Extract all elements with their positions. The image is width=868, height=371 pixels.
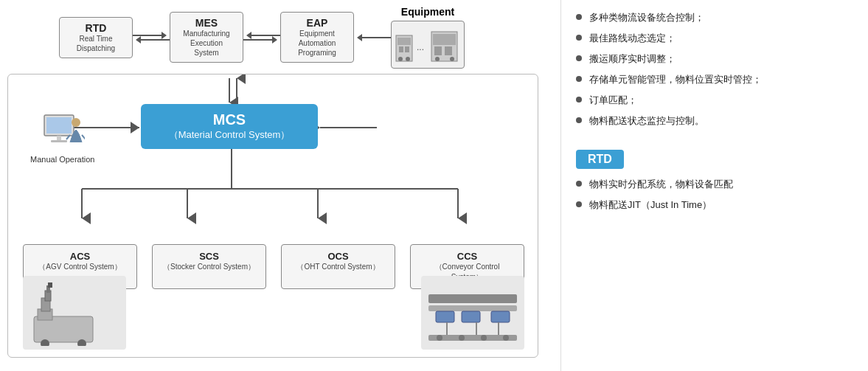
- svg-text:...: ...: [417, 42, 424, 52]
- svg-rect-44: [428, 305, 517, 311]
- mes-subtitle: ManufacturingExecutionSystem: [181, 29, 232, 58]
- bullet-item-1: 多种类物流设备统合控制；: [576, 11, 853, 24]
- svg-point-5: [406, 57, 410, 61]
- acs-title: ACS: [31, 251, 129, 262]
- conveyor-image: [421, 276, 524, 350]
- bullet-item-5: 订单匹配；: [576, 94, 853, 107]
- bullet-dot-4: [576, 76, 582, 82]
- svg-rect-30: [51, 140, 67, 142]
- rtd-badge: RTD: [576, 150, 624, 169]
- bullet-text-1: 多种类物流设备统合控制；: [589, 11, 704, 24]
- bullet-dot-1: [576, 14, 582, 20]
- svg-rect-29: [57, 136, 61, 140]
- rtd-title: RTD: [70, 22, 122, 34]
- top-systems-row: RTD Real TimeDispatching MES: [15, 6, 553, 69]
- bullet-dot-5: [576, 97, 582, 103]
- svg-rect-41: [48, 282, 50, 288]
- rtd-subtitle: Real TimeDispatching: [70, 34, 122, 53]
- mes-box: MES ManufacturingExecutionSystem: [170, 12, 243, 63]
- equipment-title: Equipment: [391, 6, 465, 18]
- mes-title: MES: [181, 17, 232, 29]
- bullet-item-3: 搬运顺序实时调整；: [576, 52, 853, 66]
- mcs-subtitle: （Material Control System）: [156, 128, 303, 142]
- svg-rect-8: [433, 34, 456, 45]
- svg-point-11: [435, 57, 440, 61]
- arrow-mes-eap: [243, 35, 280, 41]
- bullet-dot-6: [576, 117, 582, 123]
- svg-rect-2: [399, 46, 403, 52]
- left-panel: RTD Real TimeDispatching MES: [0, 0, 560, 371]
- eap-title: EAP: [291, 17, 343, 29]
- svg-rect-43: [428, 294, 517, 303]
- bullet-item-6: 物料配送状态监控与控制。: [576, 114, 853, 128]
- bullet-text-5: 订单匹配；: [589, 94, 637, 107]
- ccs-title: CCS: [418, 251, 516, 262]
- rtd-bullet-item-2: 物料配送JIT（Just In Time）: [576, 198, 853, 212]
- ocs-subtitle: （OHT Control System）: [289, 262, 387, 272]
- bullet-text-6: 物料配送状态监控与控制。: [589, 114, 704, 128]
- mcs-bullet-list: 多种类物流设备统合控制； 最佳路线动态选定； 搬运顺序实时调整； 存储单元智能管…: [576, 11, 853, 128]
- equipment-image: ...: [391, 21, 465, 69]
- bullet-text-4: 存储单元智能管理，物料位置实时管控；: [589, 73, 762, 86]
- svg-rect-28: [46, 117, 72, 134]
- bullet-text-3: 搬运顺序实时调整；: [589, 52, 676, 66]
- svg-rect-10: [445, 46, 452, 55]
- mcs-box: MCS （Material Control System）: [141, 104, 318, 149]
- rtd-bullet-text-2: 物料配送JIT（Just In Time）: [589, 198, 712, 212]
- scs-subtitle: （Stocker Control System）: [160, 262, 258, 272]
- manual-op-icon: [41, 111, 85, 152]
- svg-point-53: [459, 335, 465, 341]
- arrow-rtd-mes: [133, 35, 170, 41]
- rtd-bullet-text-1: 物料实时分配系统，物料设备匹配: [589, 178, 733, 191]
- svg-rect-45: [436, 311, 454, 322]
- svg-point-55: [503, 335, 509, 341]
- svg-line-33: [82, 135, 85, 139]
- right-panel: 多种类物流设备统合控制； 最佳路线动态选定； 搬运顺序实时调整； 存储单元智能管…: [560, 0, 868, 371]
- rtd-bullet-dot-1: [576, 181, 582, 187]
- bullet-dot-3: [576, 55, 582, 61]
- bullet-item-2: 最佳路线动态选定；: [576, 32, 853, 45]
- svg-rect-46: [462, 311, 480, 322]
- svg-point-52: [437, 335, 442, 341]
- manual-operation: Manual Operation: [30, 111, 94, 164]
- svg-point-4: [398, 57, 403, 61]
- rtd-bullet-item-1: 物料实时分配系统，物料设备匹配: [576, 178, 853, 191]
- acs-subtitle: （AGV Control System）: [31, 262, 129, 272]
- bullet-item-4: 存储单元智能管理，物料位置实时管控；: [576, 73, 853, 86]
- equipment-section: Equipment ...: [391, 6, 465, 69]
- rtd-box: RTD Real TimeDispatching: [59, 17, 133, 58]
- manual-label: Manual Operation: [30, 155, 94, 164]
- svg-rect-42: [50, 282, 52, 288]
- bullet-text-2: 最佳路线动态选定；: [589, 32, 676, 45]
- svg-rect-9: [434, 46, 442, 55]
- svg-point-12: [450, 57, 454, 61]
- rtd-bullet-dot-2: [576, 201, 582, 207]
- svg-point-54: [481, 335, 487, 341]
- rtd-bullet-list: 物料实时分配系统，物料设备匹配 物料配送JIT（Just In Time）: [576, 178, 853, 212]
- main-container: RTD Real TimeDispatching MES: [0, 0, 868, 371]
- bottom-images: [23, 276, 524, 350]
- svg-rect-3: [405, 46, 409, 52]
- svg-point-31: [72, 118, 80, 127]
- agv-image: [23, 276, 126, 350]
- ocs-title: OCS: [289, 251, 387, 262]
- arrow-eap-equip: [354, 37, 391, 38]
- eap-box: EAP EquipmentAutomationPrograming: [280, 12, 354, 63]
- scs-title: SCS: [160, 251, 258, 262]
- svg-rect-47: [491, 311, 510, 322]
- mcs-title: MCS: [156, 111, 303, 128]
- eap-subtitle: EquipmentAutomationPrograming: [291, 29, 343, 58]
- bullet-dot-2: [576, 35, 582, 41]
- diagram-box: Manual Operation MCS （Material Control S…: [7, 74, 538, 358]
- svg-rect-1: [397, 38, 411, 45]
